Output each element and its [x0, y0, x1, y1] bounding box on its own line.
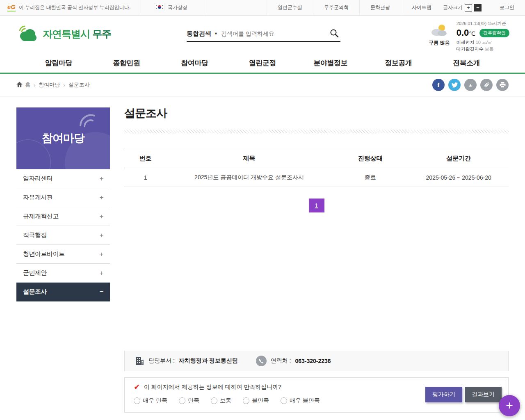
- minus-icon: −: [100, 288, 103, 296]
- breadcrumb-participation[interactable]: 참여마당: [39, 81, 60, 89]
- weather-detail: 2026.01.13(화) 15시기준 0.0℃ 강우량확인 미세먼지 10 ㎍…: [457, 21, 509, 52]
- breadcrumb-home[interactable]: 홈: [16, 81, 30, 89]
- pagination: 1: [124, 199, 509, 212]
- site-title: 자연특별시무주: [43, 27, 111, 41]
- egov-logo-icon: eG: [7, 4, 16, 11]
- phone-icon: [256, 356, 267, 366]
- utility-link-sitemap[interactable]: 사이트맵: [401, 0, 436, 15]
- table-row[interactable]: 1 2025년도 공공데이터 개방수요 설문조사서 종료 2025-05-26 …: [124, 168, 509, 187]
- utility-spacer: [204, 0, 267, 15]
- sidebar-item-free-board[interactable]: 자유게시판+: [16, 188, 110, 207]
- chevron-down-icon: ▼: [214, 32, 218, 36]
- search-category-dropdown[interactable]: 통합검색 ▼: [187, 30, 218, 38]
- rainfall-check-badge[interactable]: 강우량확인: [479, 29, 509, 37]
- band-share-icon[interactable]: ▲: [464, 79, 477, 91]
- satisfaction-box: ✔ 이 페이지에서 제공하는 정보에 대하여 만족하십니까? 매우 만족 만족 …: [124, 377, 509, 413]
- weather-datetime: 2026.01.13(화) 15시기준: [457, 21, 509, 27]
- utility-link-culture-tourism[interactable]: 문화관광: [360, 0, 401, 15]
- breadcrumb-separator: ›: [34, 82, 35, 88]
- radio-icon: [281, 397, 287, 404]
- plus-icon: +: [100, 250, 103, 258]
- nav-item-jeonbuk-intro[interactable]: 전북소개: [432, 52, 500, 73]
- air-quality-line: 대기환경지수 보통: [457, 46, 509, 52]
- col-header-no: 번호: [124, 149, 167, 168]
- plus-icon: +: [100, 231, 103, 240]
- wifi-decoration-icon: [75, 112, 99, 130]
- tel-value[interactable]: 063-320-2236: [295, 358, 331, 364]
- site-header: 자연특별시무주 통합검색 ▼ 구름 많음 2026.01.13(화) 15시기준…: [0, 16, 525, 52]
- dept-value: 자치행정과 정보통신팀: [179, 357, 238, 365]
- sidebar-title: 참여마당: [42, 131, 84, 146]
- nav-item-civil[interactable]: 종합민원: [93, 52, 161, 73]
- login-link[interactable]: 로그인: [489, 0, 525, 15]
- font-increase-button[interactable]: +: [465, 4, 472, 11]
- twitter-icon[interactable]: [448, 79, 461, 91]
- building-icon: [135, 356, 144, 365]
- radio-very-dissatisfied[interactable]: 매우 불만족: [281, 397, 320, 404]
- search-button[interactable]: [328, 29, 340, 39]
- col-header-title: 제목: [167, 149, 332, 168]
- search-bar: 통합검색 ▼: [187, 26, 340, 42]
- radio-neutral[interactable]: 보통: [211, 397, 231, 404]
- sidebar-item-youth-parttime[interactable]: 청년아르바이트+: [16, 245, 110, 264]
- nav-item-notice[interactable]: 알림마당: [25, 52, 93, 73]
- nav-item-open-gov[interactable]: 열린군정: [228, 52, 297, 73]
- satisfaction-question: 이 페이지에서 제공하는 정보에 대하여 만족하십니까?: [144, 383, 281, 391]
- cell-status: 종료: [332, 168, 409, 187]
- cloud-logo-icon: [16, 24, 39, 44]
- survey-table: 번호 제목 진행상태 설문기간 1 2025년도 공공데이터 개방수요 설문조사…: [124, 149, 509, 187]
- facebook-icon[interactable]: f: [432, 79, 445, 91]
- sidebar-item-regulation-reform[interactable]: 규제개혁신고+: [16, 207, 110, 226]
- evaluate-button[interactable]: 평가하기: [425, 387, 462, 402]
- sidebar: 참여마당 일자리센터+ 자유게시판+ 규제개혁신고+ 적극행정+ 청년아르바이트…: [16, 107, 110, 301]
- utility-link-county-council[interactable]: 무주군의회: [313, 0, 360, 15]
- radio-icon: [243, 397, 249, 404]
- nav-item-info-disclosure[interactable]: 정보공개: [365, 52, 433, 73]
- page-title: 설문조사: [124, 106, 509, 121]
- national-symbol-link[interactable]: 국가상징: [138, 0, 204, 15]
- sidebar-menu: 일자리센터+ 자유게시판+ 규제개혁신고+ 적극행정+ 청년아르바이트+ 군민제…: [16, 169, 110, 301]
- breadcrumb-survey[interactable]: 설문조사: [68, 81, 90, 89]
- global-nav: 알림마당 종합민원 참여마당 열린군정 분야별정보 정보공개 전북소개: [0, 52, 525, 74]
- quick-menu-fab-button[interactable]: +: [499, 395, 520, 416]
- radio-dissatisfied[interactable]: 불만족: [243, 397, 269, 404]
- search-input[interactable]: [221, 30, 325, 37]
- plus-icon: +: [100, 269, 103, 277]
- radio-icon: [211, 397, 217, 404]
- search-icon: [330, 33, 339, 39]
- cell-period: 2025-05-26 ~ 2025-06-20: [409, 168, 509, 187]
- cloudy-icon: [430, 31, 448, 38]
- tel-label: 연락처 :: [271, 357, 291, 365]
- sidebar-item-active-admin[interactable]: 적극행정+: [16, 226, 110, 245]
- pagination-page-1[interactable]: 1: [309, 199, 324, 212]
- radio-very-satisfied[interactable]: 매우 만족: [134, 397, 167, 404]
- url-copy-icon[interactable]: [480, 79, 493, 91]
- weather-widget: 구름 많음 2026.01.13(화) 15시기준 0.0℃ 강우량확인 미세먼…: [429, 21, 509, 52]
- site-logo[interactable]: 자연특별시무주: [16, 24, 111, 44]
- nav-item-participation[interactable]: 참여마당: [160, 52, 228, 73]
- radio-icon: [179, 397, 185, 404]
- font-size-control: 글자크기 + −: [436, 0, 489, 15]
- fine-dust-line: 미세먼지 10 ㎍/㎥: [457, 39, 509, 46]
- radio-icon: [134, 397, 140, 404]
- sidebar-item-job-center[interactable]: 일자리센터+: [16, 169, 110, 188]
- weather-condition: 구름 많음: [429, 21, 450, 52]
- sns-share-group: f ▲: [432, 79, 509, 91]
- sidebar-item-citizen-proposal[interactable]: 군민제안+: [16, 264, 110, 283]
- table-header-row: 번호 제목 진행상태 설문기간: [124, 149, 509, 168]
- print-icon[interactable]: [496, 79, 509, 91]
- temperature-value: 0.0℃: [457, 27, 475, 38]
- weather-condition-text: 구름 많음: [429, 39, 450, 46]
- utility-link-mayor-office[interactable]: 열린군수실: [267, 0, 313, 15]
- font-decrease-button[interactable]: −: [474, 4, 482, 11]
- radio-satisfied[interactable]: 만족: [179, 397, 199, 404]
- national-symbol-label: 국가상징: [168, 4, 187, 11]
- dept-label: 담당부서 :: [148, 357, 175, 365]
- cell-title[interactable]: 2025년도 공공데이터 개방수요 설문조사서: [167, 168, 332, 187]
- view-results-button[interactable]: 결과보기: [465, 387, 502, 402]
- sidebar-item-survey[interactable]: 설문조사−: [16, 283, 110, 301]
- nav-item-field-info[interactable]: 분야별정보: [297, 52, 365, 73]
- col-header-status: 진행상태: [332, 149, 409, 168]
- satisfaction-buttons: 평가하기 결과보기: [425, 387, 502, 402]
- home-icon: [16, 82, 23, 89]
